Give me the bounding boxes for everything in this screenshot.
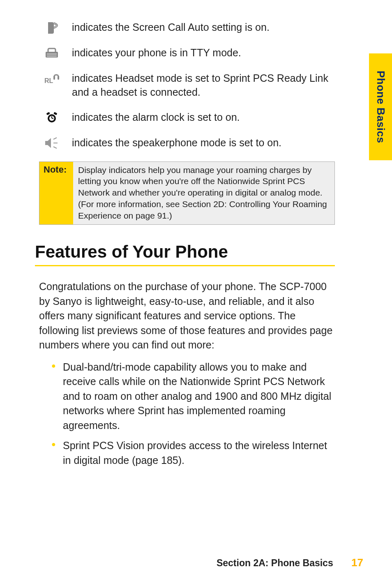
side-tab: Phone Basics [369, 53, 392, 160]
indicator-text: indicates the speakerphone mode is set t… [65, 136, 335, 150]
note-body: Display indicators help you manage your … [73, 162, 334, 225]
intro-paragraph: Congratulations on the purchase of your … [39, 279, 335, 353]
section-heading: Features of Your Phone [35, 242, 335, 266]
indicator-text: indicates the Screen Call Auto setting i… [65, 21, 335, 35]
indicator-row: indicates the alarm clock is set to on. [39, 111, 335, 125]
page-footer: Section 2A: Phone Basics 17 [217, 556, 363, 569]
note-label: Note: [39, 162, 73, 225]
list-item: Dual-band/tri-mode capability allows you… [51, 360, 335, 433]
svg-rect-5 [58, 76, 59, 80]
indicator-text: indicates Headset mode is set to Sprint … [65, 71, 335, 99]
footer-page-number: 17 [351, 556, 363, 569]
indicator-row: indicates your phone is in TTY mode. [39, 46, 335, 60]
svg-rect-1 [47, 53, 57, 55]
page-content: indicates the Screen Call Auto setting i… [39, 21, 335, 473]
svg-rect-2 [47, 55, 57, 57]
indicator-row: RL indicates Headset mode is set to Spri… [39, 71, 335, 99]
svg-line-14 [53, 147, 57, 148]
headset-readylink-icon: RL [39, 71, 65, 85]
svg-line-12 [53, 138, 57, 139]
svg-text:RL: RL [44, 77, 53, 84]
svg-rect-4 [53, 76, 55, 80]
speakerphone-icon [39, 136, 65, 149]
screen-call-auto-icon [39, 21, 65, 35]
indicator-row: indicates the Screen Call Auto setting i… [39, 21, 335, 35]
list-item: Sprint PCS Vision provides access to the… [51, 438, 335, 468]
svg-rect-10 [46, 112, 50, 115]
alarm-clock-icon [39, 111, 65, 124]
svg-rect-11 [53, 112, 57, 115]
indicator-row: indicates the speakerphone mode is set t… [39, 136, 335, 150]
indicator-text: indicates your phone is in TTY mode. [65, 46, 335, 60]
tty-mode-icon [39, 46, 65, 58]
note-box: Note: Display indicators help you manage… [39, 161, 335, 225]
feature-list: Dual-band/tri-mode capability allows you… [39, 360, 335, 468]
footer-section: Section 2A: Phone Basics [217, 558, 333, 568]
side-tab-label: Phone Basics [374, 71, 387, 143]
indicator-text: indicates the alarm clock is set to on. [65, 111, 335, 125]
